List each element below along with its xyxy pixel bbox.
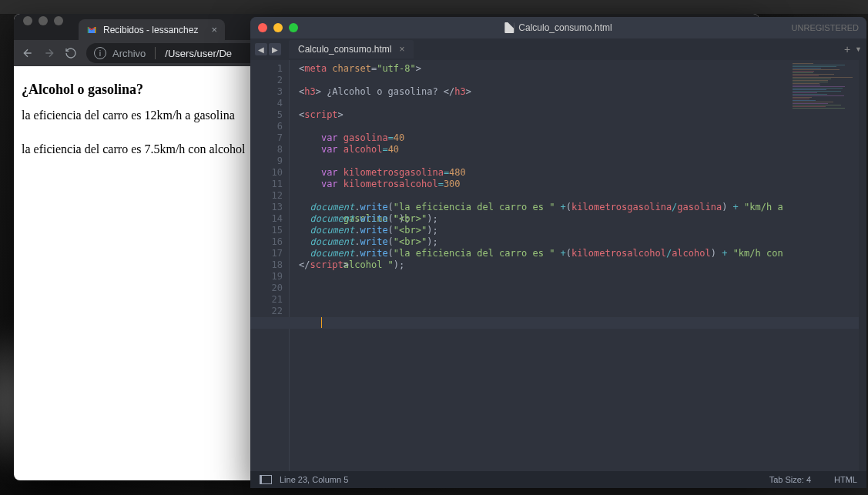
browser-tab[interactable]: Recibidos - lessanchez × xyxy=(79,19,225,40)
tab-title: Recibidos - lessanchez xyxy=(103,25,198,35)
cursor-position: Line 23, Column 5 xyxy=(280,475,348,484)
tab-history-back-icon[interactable]: ◀ xyxy=(255,43,267,55)
gutter: 1234567891011121314151617181920212223 xyxy=(250,60,289,471)
file-tab[interactable]: Calculo_consumo.html × xyxy=(289,40,414,59)
minimap[interactable] xyxy=(793,63,863,125)
reload-icon[interactable] xyxy=(65,47,77,59)
status-bar: Line 23, Column 5 Tab Size: 4 HTML xyxy=(250,471,866,488)
back-icon[interactable] xyxy=(22,47,34,59)
sublime-window: Calculo_consumo.html UNREGISTERED ◀ ▶ Ca… xyxy=(250,17,866,488)
tab-size[interactable]: Tab Size: 4 xyxy=(769,475,811,484)
close-button[interactable] xyxy=(23,16,32,25)
document-icon xyxy=(504,22,514,33)
zoom-button[interactable] xyxy=(54,16,63,25)
unregistered-label: UNREGISTERED xyxy=(792,23,859,32)
window-title: Calculo_consumo.html xyxy=(518,22,612,33)
syntax-label[interactable]: HTML xyxy=(834,475,857,484)
close-file-icon[interactable]: × xyxy=(399,44,404,55)
code-area[interactable]: <meta charset="utf-8"><h3> ¿Alcohol o ga… xyxy=(291,60,866,471)
minimize-button[interactable] xyxy=(39,16,48,25)
tab-dropdown-icon[interactable]: ▼ xyxy=(855,45,862,53)
zoom-button[interactable] xyxy=(289,23,298,32)
sidebar-toggle-icon[interactable] xyxy=(260,475,272,484)
url-scheme: Archivo xyxy=(112,48,146,59)
gmail-icon xyxy=(86,25,97,35)
new-tab-icon[interactable]: + xyxy=(844,43,850,55)
editor[interactable]: 1234567891011121314151617181920212223 <m… xyxy=(250,60,866,471)
site-info-icon[interactable]: i xyxy=(94,47,106,59)
file-tab-label: Calculo_consumo.html xyxy=(298,44,391,55)
tab-history-forward-icon[interactable]: ▶ xyxy=(269,43,281,55)
url-path: /Users/user/De xyxy=(165,48,232,59)
minimize-button[interactable] xyxy=(273,23,283,32)
forward-icon[interactable] xyxy=(43,47,55,59)
scrollbar[interactable] xyxy=(859,60,866,471)
close-button[interactable] xyxy=(258,23,267,32)
close-tab-icon[interactable]: × xyxy=(211,24,217,35)
mac-menu-bar xyxy=(0,0,868,14)
